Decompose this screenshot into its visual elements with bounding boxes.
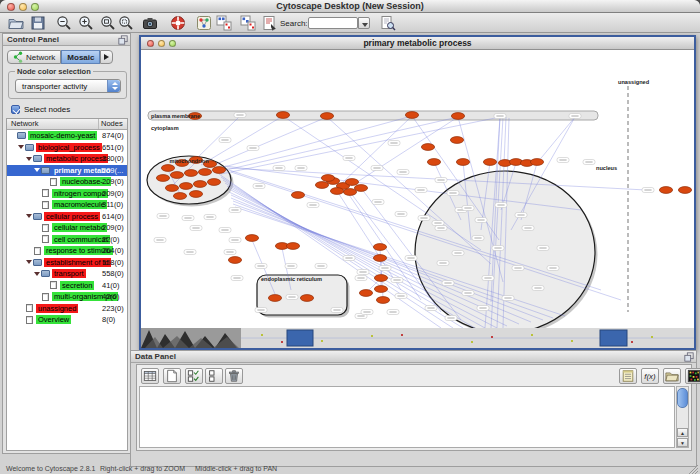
select-nodes-checkbox[interactable] [11, 105, 20, 114]
tree-col-network: Network [7, 119, 99, 129]
expand-arrow-icon[interactable] [26, 157, 32, 161]
network-window-titlebar[interactable]: primary metabolic process [141, 37, 694, 50]
search-dropdown-arrow[interactable] [358, 17, 370, 29]
tree-row-count: 209(0) [102, 223, 124, 232]
annotation-icon[interactable] [262, 15, 278, 31]
zoom-in-icon[interactable] [78, 15, 94, 31]
delete-attribute-icon[interactable] [225, 368, 243, 384]
tree-row[interactable]: transport558(0) [7, 268, 127, 280]
tree-row-label: cellular process [44, 212, 100, 221]
scrollbar-thumb[interactable] [677, 388, 688, 408]
tree-row[interactable]: cellular process614(0) [7, 211, 127, 223]
tree-row[interactable]: metabolic process280(0) [7, 153, 127, 165]
tree-row-label: establishment of lo [44, 258, 111, 267]
page-icon [50, 281, 57, 289]
tree-row-count: 614(0) [102, 212, 124, 221]
zoom-selected-icon[interactable] [118, 15, 134, 31]
open-session-icon[interactable] [8, 15, 24, 31]
unselect-attributes-icon[interactable] [205, 368, 223, 384]
save-session-icon[interactable] [30, 15, 46, 31]
select-nodes-label: Select nodes [24, 105, 70, 114]
tree-row-count: 8(0) [102, 315, 115, 324]
tree-row[interactable]: cell communicat22(0) [7, 234, 127, 246]
tab-network[interactable]: Network [7, 50, 61, 64]
vizmapper-icon[interactable] [196, 15, 212, 31]
folder-icon [33, 155, 42, 162]
tree-row[interactable]: response to stimulu264(0) [7, 245, 127, 257]
data-panel-header: Data Panel [131, 351, 696, 363]
window-title: Cytoscape Desktop (New Session) [0, 1, 700, 11]
zoom-out-icon[interactable] [56, 15, 72, 31]
tree-row[interactable]: secretion41(0) [7, 280, 127, 292]
import-attributes-icon[interactable] [663, 368, 681, 384]
more-tabs-arrow[interactable] [100, 50, 113, 64]
network-tree-rows: mosaic-demo-yeast874(0)biological_proces… [7, 130, 127, 326]
tree-col-nodes: Nodes [99, 119, 127, 129]
page-icon [42, 235, 49, 243]
folder-icon [25, 144, 34, 151]
network-window-title: primary metabolic process [141, 38, 694, 48]
expand-arrow-icon[interactable] [18, 145, 24, 149]
tree-row[interactable]: biological_process651(0) [7, 142, 127, 154]
node-color-selection-group: Node color selection transporter activit… [8, 71, 127, 99]
tree-row[interactable]: nucleobase-...209(0) [7, 176, 127, 188]
tree-row-label: metabolic process [44, 154, 108, 163]
scroll-up-button[interactable]: ▲ [677, 428, 688, 437]
tree-row[interactable]: establishment of lo558(0) [7, 257, 127, 269]
data-panel-body: f(x) ▲ ▼ [136, 364, 692, 451]
new-network-from-selection-sel-edges-icon[interactable] [240, 15, 256, 31]
page-icon [26, 316, 33, 324]
network-canvas[interactable]: plasma membranecytoplasmmitochondrionnuc… [141, 50, 694, 328]
tree-row-label: cellular metabo [52, 223, 107, 232]
heatmap-icon[interactable] [685, 368, 700, 384]
svg-text:unassigned: unassigned [618, 79, 650, 85]
function-builder-icon[interactable]: f(x) [641, 368, 659, 384]
tree-row[interactable]: unassigned223(0) [7, 303, 127, 315]
tree-row[interactable]: multi-organism pro42(0) [7, 291, 127, 303]
float-panel-icon[interactable] [684, 352, 694, 362]
page-icon [42, 189, 49, 197]
node-color-dropdown[interactable]: transporter activity [15, 79, 121, 93]
search-input[interactable] [308, 17, 358, 29]
new-network-from-selection-all-edges-icon[interactable] [216, 15, 232, 31]
svg-text:endoplasmic reticulum: endoplasmic reticulum [261, 276, 322, 282]
float-panel-icon[interactable] [118, 35, 128, 45]
tree-row[interactable]: mosaic-demo-yeast874(0) [7, 130, 127, 142]
zoom-fit-icon[interactable] [100, 15, 116, 31]
snapshot-icon[interactable] [142, 15, 158, 31]
dropdown-value: transporter activity [22, 82, 87, 91]
report-icon[interactable] [619, 368, 637, 384]
help-icon[interactable] [170, 15, 186, 31]
status-bar: Welcome to Cytoscape 2.8.1 Right-click +… [0, 463, 700, 474]
tree-row[interactable]: Overview8(0) [7, 314, 127, 326]
select-attributes-icon[interactable] [185, 368, 203, 384]
tree-row-label: biological_process [36, 143, 102, 152]
tree-row[interactable]: macromolecule311(0) [7, 199, 127, 211]
expand-arrow-icon[interactable] [34, 272, 40, 276]
table-mode-icon[interactable] [141, 368, 159, 384]
search-config-icon[interactable] [380, 15, 396, 31]
tree-row[interactable]: cellular metabo209(0) [7, 222, 127, 234]
tree-row[interactable]: primary metabo209(... [7, 165, 127, 177]
main-toolbar: Search: [0, 13, 700, 33]
new-attribute-icon[interactable] [163, 368, 181, 384]
page-icon [34, 247, 41, 255]
expand-arrow-icon[interactable] [26, 260, 32, 264]
tree-row-count: 209(0) [102, 177, 124, 186]
page-icon [50, 178, 57, 186]
svg-text:f(x): f(x) [644, 372, 656, 381]
expand-arrow-icon[interactable] [26, 214, 32, 218]
attribute-table [139, 386, 675, 448]
svg-text:mitochondrion: mitochondrion [169, 158, 209, 164]
page-icon [42, 201, 49, 209]
network-tab-icon [13, 51, 23, 63]
tree-row[interactable]: nitrogen compo209(0) [7, 188, 127, 200]
expand-arrow-icon[interactable] [34, 168, 40, 172]
tree-row-label: transport [52, 269, 86, 278]
scroll-down-button[interactable]: ▼ [677, 438, 688, 447]
tree-row-count: 874(0) [102, 131, 124, 140]
table-scrollbar[interactable]: ▲ ▼ [676, 386, 689, 448]
tree-row-label: macromolecule [52, 200, 107, 209]
resize-grip[interactable] [689, 465, 698, 474]
tab-mosaic[interactable]: Mosaic [61, 50, 100, 64]
